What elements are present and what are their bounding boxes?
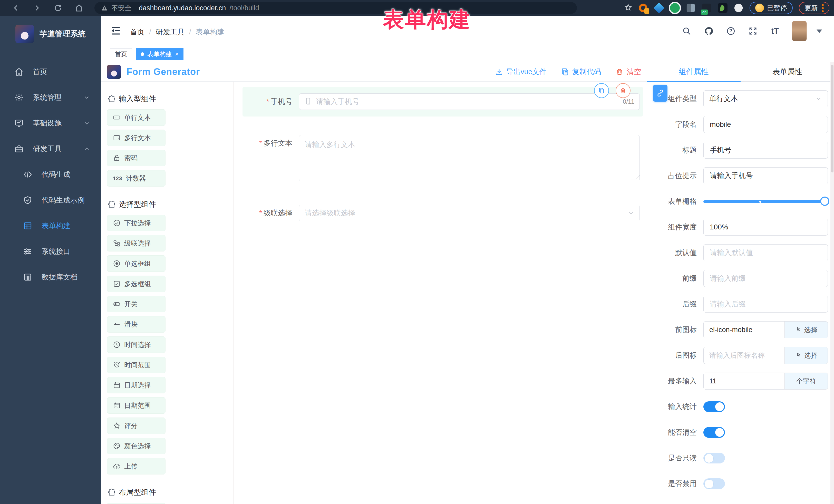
tab-component-props[interactable]: 组件属性 [647,62,741,81]
prefix-input[interactable] [709,274,822,283]
trash-icon [615,68,623,76]
palette-item-slider[interactable]: 滑块 [107,316,166,333]
chevron-up-icon [83,146,90,152]
app-logo-row[interactable]: 芋道管理系统 [0,16,101,44]
browser-menu-icon[interactable] [822,4,824,12]
sidebar-item-codegen-demo[interactable]: 代码生成示例 [0,187,101,213]
palette-item-date-range[interactable]: 日期范围 [107,397,166,414]
copy-code-button[interactable]: 复制代码 [561,67,601,77]
breadcrumb-devtools[interactable]: 研发工具 [156,27,184,37]
extension-icon[interactable] [687,4,695,12]
extension-icon[interactable] [702,4,711,12]
canvas-field-textarea[interactable]: *多行文本 [242,135,643,181]
tab-form-props[interactable]: 表单属性 [741,62,834,81]
prefix-icon-input[interactable] [709,326,780,334]
cascader-input-field[interactable] [304,209,624,217]
github-icon[interactable] [704,26,714,36]
extension-icon[interactable] [638,3,648,13]
back-icon[interactable] [11,3,21,13]
slider-track[interactable] [703,200,828,203]
sidebar-item-devtools[interactable]: 研发工具 [0,136,101,162]
page-scrollbar[interactable] [830,62,834,504]
suffix-icon-choose-button[interactable]: 选择 [785,347,828,364]
palette-item-switch[interactable]: 开关 [107,296,166,312]
palette-item-cascader[interactable]: 级联选择 [107,235,166,251]
suffix-icon-input[interactable] [709,351,780,360]
palette-item-password[interactable]: 密码 [107,150,166,166]
tag-home[interactable]: 首页 [110,48,132,60]
breadcrumb-home[interactable]: 首页 [130,27,145,37]
clearable-switch[interactable] [703,427,725,438]
cascader-select[interactable] [299,205,640,221]
sidebar-item-form-builder[interactable]: 表单构建 [0,213,101,239]
font-size-icon[interactable]: tT [770,26,780,36]
close-tab-icon[interactable]: × [175,50,179,58]
extensions-puzzle-icon[interactable] [734,4,743,12]
search-icon[interactable] [682,26,692,36]
input-stats-switch[interactable] [703,401,725,412]
extension-icon[interactable] [718,3,727,13]
phone-input-field[interactable] [316,97,619,106]
fullscreen-icon[interactable] [748,26,758,36]
address-bar[interactable]: 不安全 dashboard.yudao.iocoder.cn/tool/buil… [94,2,577,14]
profile-paused-chip[interactable]: 已暂停 [750,2,793,14]
palette-item-time-range[interactable]: 时间范围 [107,357,166,373]
sidebar-item-home[interactable]: 首页 [0,59,101,85]
prop-row-disabled: 是否禁用 [647,475,828,492]
palette-item-time-picker[interactable]: 时间选择 [107,336,166,353]
palette-item-color-picker[interactable]: 颜色选择 [107,438,166,454]
component-type-select[interactable]: 单行文本 [703,90,828,107]
suffix-input[interactable] [709,300,822,308]
maxlength-input[interactable] [709,377,780,386]
form-generator-logo [107,65,121,79]
home-icon[interactable] [74,3,84,13]
sidebar-item-system[interactable]: 系统管理 [0,85,101,110]
user-menu-caret-icon[interactable] [816,29,822,33]
sidebar-item-infra[interactable]: 基础设施 [0,110,101,136]
scrollbar-thumb[interactable] [831,65,833,172]
sidebar-item-db-doc[interactable]: 数据库文档 [0,264,101,290]
clear-button[interactable]: 清空 [615,67,641,77]
palette-item-row-container[interactable]: 行容器 [107,503,166,504]
disabled-switch[interactable] [703,478,725,489]
default-value-input[interactable] [709,248,822,257]
slider-handle[interactable] [820,197,829,206]
delete-field-button[interactable] [616,83,631,98]
sidebar-item-system-api[interactable]: 系统接口 [0,239,101,264]
palette-item-textarea[interactable]: 多行文本 [107,130,166,146]
palette-item-checkbox-group[interactable]: 多选框组 [107,276,166,292]
component-width-input[interactable] [709,223,822,232]
tag-form-builder[interactable]: 表单构建 × [136,48,183,60]
extension-icon[interactable] [670,3,680,13]
palette-item-single-text[interactable]: 单行文本 [107,109,166,126]
form-grid-slider[interactable] [703,193,828,210]
palette-item-counter[interactable]: 123 计数器 [107,170,166,187]
title-input[interactable] [709,146,822,154]
palette-item-radio-group[interactable]: 单选框组 [107,255,166,272]
sidebar-item-codegen[interactable]: 代码生成 [0,162,101,187]
prefix-icon-choose-button[interactable]: 选择 [785,322,828,338]
bookmark-star-icon[interactable] [624,4,632,12]
form-generator-title[interactable]: Form Generator [127,66,200,77]
textarea-input[interactable] [304,139,634,177]
placeholder-input[interactable] [709,171,822,180]
duplicate-field-button[interactable] [594,83,609,98]
reload-icon[interactable] [53,3,63,13]
forward-icon[interactable] [32,3,42,13]
browser-update-button[interactable]: 更新 [799,2,829,14]
extension-icon[interactable] [654,3,665,14]
palette-item-date-picker[interactable]: 日期选择 [107,377,166,393]
readonly-switch[interactable] [703,453,725,463]
export-vue-button[interactable]: 导出vue文件 [495,67,547,77]
user-avatar[interactable] [792,21,807,41]
palette-item-rate[interactable]: 评分 [107,418,166,434]
canvas-field-phone[interactable]: *手机号 0/11 [242,87,643,116]
field-name-input[interactable] [709,120,822,129]
phone-input[interactable]: 0/11 [299,93,640,110]
help-icon[interactable] [726,26,736,36]
palette-item-select[interactable]: 下拉选择 [107,215,166,231]
canvas-field-cascader[interactable]: *级联选择 [242,205,643,221]
sidebar-collapse-icon[interactable] [110,26,122,36]
data-binding-link-button[interactable] [653,85,667,102]
palette-item-upload[interactable]: 上传 [107,458,166,475]
